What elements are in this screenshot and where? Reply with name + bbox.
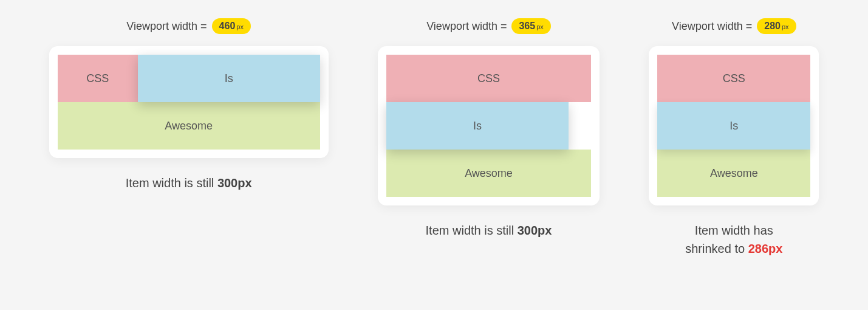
caption-line1: Item width has: [695, 224, 773, 237]
viewport-label-text: Viewport width =: [426, 20, 507, 33]
viewport-card: CSS Is Awesome: [649, 46, 819, 205]
caption-text: Item width is still: [426, 224, 518, 237]
viewport-value: 460: [219, 21, 236, 32]
viewport-label: Viewport width = 460 px: [126, 18, 251, 34]
caption-value: 300px: [217, 176, 252, 190]
caption-line2-text: shrinked to: [685, 242, 748, 255]
flex-item-awesome: Awesome: [58, 102, 320, 150]
viewport-card: CSS Is Awesome: [378, 46, 600, 205]
flex-item-is: Is: [657, 102, 810, 150]
flex-item-awesome: Awesome: [386, 150, 591, 197]
example-365: Viewport width = 365 px CSS Is Awesome I…: [378, 18, 600, 239]
flex-item-css: CSS: [657, 55, 810, 102]
viewport-label-text: Viewport width =: [126, 20, 207, 33]
viewport-unit: px: [782, 23, 789, 30]
item-width-caption: Item width is still 300px: [126, 174, 252, 192]
flex-item-css: CSS: [386, 55, 591, 102]
example-280: Viewport width = 280 px CSS Is Awesome I…: [649, 18, 819, 258]
caption-value: 286px: [748, 242, 783, 255]
viewport-badge: 460 px: [212, 18, 251, 34]
flex-container: CSS Is Awesome: [58, 55, 320, 150]
flex-item-awesome: Awesome: [657, 150, 810, 197]
flex-item-is: Is: [386, 102, 569, 150]
viewport-card: CSS Is Awesome: [49, 46, 329, 158]
viewport-label: Viewport width = 280 px: [672, 18, 796, 34]
item-width-caption: Item width has shrinked to 286px: [685, 221, 782, 258]
viewport-label: Viewport width = 365 px: [426, 18, 551, 34]
viewport-badge: 280 px: [757, 18, 796, 34]
flex-item-css: CSS: [58, 55, 138, 102]
caption-value: 300px: [518, 224, 552, 237]
viewport-badge: 365 px: [511, 18, 550, 34]
viewport-value: 280: [764, 21, 781, 32]
item-width-caption: Item width is still 300px: [426, 221, 552, 239]
flex-container: CSS Is Awesome: [657, 55, 810, 197]
viewport-value: 365: [519, 21, 535, 32]
flex-item-is: Is: [138, 55, 320, 102]
flex-container: CSS Is Awesome: [386, 55, 591, 197]
example-460: Viewport width = 460 px CSS Is Awesome I…: [49, 18, 329, 192]
caption-text: Item width is still: [126, 176, 217, 190]
viewport-unit: px: [236, 23, 244, 30]
viewport-unit: px: [536, 23, 544, 30]
viewport-label-text: Viewport width =: [672, 20, 752, 33]
